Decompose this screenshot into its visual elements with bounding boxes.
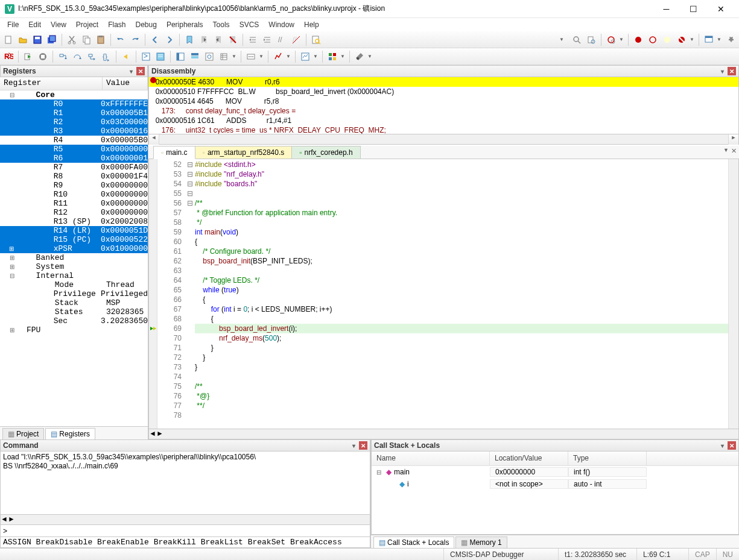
menu-tools[interactable]: Tools xyxy=(208,19,235,30)
close-panel-button[interactable]: ✕ xyxy=(728,67,736,75)
code-line[interactable]: } xyxy=(195,353,728,362)
disassembly-hscroll[interactable]: ◄► xyxy=(148,134,739,145)
editor-hscroll[interactable]: ◄► xyxy=(148,429,739,439)
run-button[interactable] xyxy=(22,50,35,63)
uncomment-button[interactable]: // xyxy=(290,33,303,46)
code-line[interactable] xyxy=(195,189,728,198)
code-line[interactable]: int main(void) xyxy=(195,227,728,237)
code-line[interactable]: *@} xyxy=(195,391,728,401)
command-output[interactable]: Load "I:\\nRF5_SDK_15.3.0_59ac345\\examp… xyxy=(0,451,370,515)
toolbox-button[interactable] xyxy=(353,50,366,63)
editor-tab[interactable]: ▫arm_startup_nrf52840.s xyxy=(195,146,293,159)
menu-peripherals[interactable]: Peripherals xyxy=(162,19,208,30)
register-row[interactable]: PrivilegePrivileged xyxy=(0,289,148,298)
bookmark-prev-button[interactable] xyxy=(197,33,211,46)
code-line[interactable]: /* Toggle LEDs. */ xyxy=(195,275,728,285)
menu-edit[interactable]: Edit xyxy=(24,19,46,30)
tb-dd[interactable]: ▼ xyxy=(367,54,373,59)
register-row[interactable]: ⊞ Banked xyxy=(0,253,148,262)
sv-dd[interactable]: ▼ xyxy=(340,54,346,59)
save-all-button[interactable] xyxy=(45,33,59,46)
comment-button[interactable]: // xyxy=(275,33,288,46)
callstack-grid[interactable]: Name Location/Value Type ⊟◆ main0x000000… xyxy=(371,451,739,535)
registers-tab[interactable]: ▤Registers xyxy=(45,428,95,439)
editor-tab[interactable]: ▫main.c xyxy=(153,146,195,159)
incremental-find-button[interactable] xyxy=(570,33,583,46)
new-button[interactable] xyxy=(2,33,15,46)
register-row[interactable]: R100x00000000 xyxy=(0,190,148,199)
pin-icon[interactable]: ▾ xyxy=(718,441,726,450)
editor-body[interactable]: 5253545556575859606162636465666768697071… xyxy=(148,159,739,429)
show-next-button[interactable] xyxy=(119,50,133,63)
menu-flash[interactable]: Flash xyxy=(103,19,130,30)
menu-file[interactable]: File xyxy=(2,19,24,30)
serial-window-button[interactable] xyxy=(244,50,258,63)
project-tab[interactable]: ▦Project xyxy=(2,428,44,439)
bp-enable-button[interactable] xyxy=(646,33,659,46)
registers-window-button[interactable] xyxy=(174,50,187,63)
pin-icon[interactable]: ▾ xyxy=(349,441,358,450)
register-row[interactable]: ⊞ xPSR0x01000000 xyxy=(0,244,148,253)
watch-window-button[interactable] xyxy=(203,50,216,63)
code-line[interactable]: nrf_delay_ms(500); xyxy=(195,333,728,343)
disasm-line[interactable]: 176: uint32_t cycles = time_us * NRFX_DE… xyxy=(149,125,738,134)
close-button[interactable]: ✕ xyxy=(707,1,734,17)
mem-dd[interactable]: ▼ xyxy=(232,54,238,59)
memory-window-button[interactable] xyxy=(217,50,230,63)
stop-button[interactable] xyxy=(36,50,49,63)
code-line[interactable]: **/ xyxy=(195,401,728,411)
editor-tab[interactable]: ▫nrfx_coredep.h xyxy=(291,146,360,159)
find-button[interactable] xyxy=(585,33,598,46)
close-panel-button[interactable]: ✕ xyxy=(728,441,736,450)
register-row[interactable]: R70x0000FA00 xyxy=(0,163,148,172)
code-line[interactable]: #include "nrf_delay.h" xyxy=(195,169,728,179)
bp-dd[interactable]: ▼ xyxy=(690,37,696,42)
code-line[interactable]: { xyxy=(195,237,728,247)
find-box-dd[interactable]: ▼ xyxy=(556,33,569,46)
redo-button[interactable] xyxy=(128,33,142,46)
bp-insert-button[interactable] xyxy=(632,33,645,46)
code-line[interactable] xyxy=(195,372,728,382)
register-row[interactable]: R110x00000000 xyxy=(0,199,148,208)
serial-dd[interactable]: ▼ xyxy=(259,54,265,59)
code-line[interactable]: bsp_board_led_invert(i); xyxy=(195,324,728,333)
bp-kill-button[interactable] xyxy=(675,33,688,46)
pin-icon[interactable]: ▾ xyxy=(718,67,726,75)
disasm-line[interactable]: 0x00000510 F7FFFFCC BL.W bsp_board_led_i… xyxy=(149,87,738,96)
register-row[interactable]: R30x00000016 xyxy=(0,127,148,136)
register-row[interactable]: States32028365 xyxy=(0,307,148,316)
find-in-files-button[interactable] xyxy=(309,33,323,46)
register-row[interactable]: R90x00000000 xyxy=(0,181,148,190)
debug-dd[interactable]: ▼ xyxy=(619,37,625,42)
disasm-line[interactable]: 173: const delay_func_t delay_cycles = xyxy=(149,106,738,116)
bp-disable-button[interactable] xyxy=(661,33,674,46)
nav-fwd-button[interactable] xyxy=(163,33,176,46)
disasm-line[interactable]: 0x00000514 4645 MOV r5,r8 xyxy=(149,96,738,106)
menu-window[interactable]: Window xyxy=(264,19,299,30)
cut-button[interactable] xyxy=(65,33,78,46)
register-row[interactable]: ⊟ Internal xyxy=(0,271,148,280)
register-row[interactable]: R10x000005B1 xyxy=(0,109,148,118)
pin-icon[interactable]: ▾ xyxy=(127,67,135,75)
window-list-button[interactable] xyxy=(702,33,715,46)
step-button[interactable] xyxy=(56,50,69,63)
minimize-button[interactable]: ─ xyxy=(653,1,680,17)
code-line[interactable]: */ xyxy=(195,218,728,227)
bookmark-clear-button[interactable] xyxy=(226,33,239,46)
copy-button[interactable] xyxy=(80,33,93,46)
callstack-window-button[interactable] xyxy=(188,50,201,63)
code-line[interactable] xyxy=(195,266,728,275)
maximize-button[interactable]: ☐ xyxy=(680,1,707,17)
register-row[interactable]: R15 (PC)0x00000522 xyxy=(0,235,148,244)
analysis-window-button[interactable] xyxy=(271,50,285,63)
editor-vscroll[interactable] xyxy=(728,159,738,429)
code-line[interactable]: /* Configure board. */ xyxy=(195,247,728,256)
menu-project[interactable]: Project xyxy=(71,19,103,30)
code-line[interactable]: * @brief Function for application main e… xyxy=(195,208,728,218)
code-line[interactable]: bsp_board_init(BSP_INIT_LEDS); xyxy=(195,256,728,266)
callstack-row[interactable]: ⊟◆ main0x00000000int f() xyxy=(372,466,738,478)
register-row[interactable]: R13 (SP)0x20002008 xyxy=(0,217,148,226)
code-line[interactable] xyxy=(195,411,728,420)
menu-debug[interactable]: Debug xyxy=(131,19,162,30)
disasm-line[interactable]: 0x00000516 1C61 ADDS r1,r4,#1 xyxy=(149,116,738,125)
